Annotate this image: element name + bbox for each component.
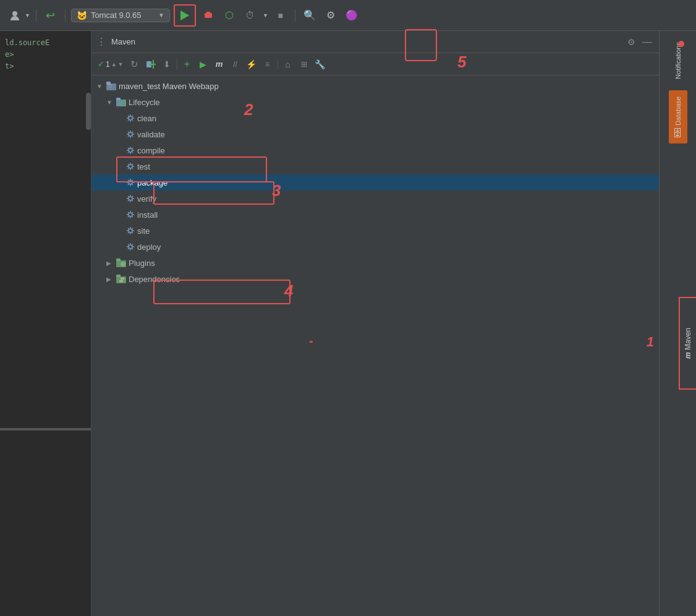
add-btn[interactable]: + (180, 57, 195, 72)
tree-dependencies[interactable]: ▶ Dependencies (91, 271, 659, 287)
plugins-folder-icon (116, 259, 126, 267)
plugins-label: Plugins (129, 259, 155, 268)
maven-side-label: m Maven (684, 328, 692, 359)
validate-label: validate (137, 130, 165, 139)
dependencies-label: Dependencies (129, 275, 180, 284)
tree-item-deploy[interactable]: deploy (91, 239, 659, 255)
tree-item-package[interactable]: package (91, 174, 659, 190)
test-label: test (137, 162, 150, 171)
dependencies-folder-icon (116, 275, 126, 283)
checkmark-count: 1 (106, 60, 110, 69)
reload-btn[interactable]: ↻ (127, 57, 142, 72)
svg-rect-27 (119, 280, 123, 282)
code-line-3: t> (5, 61, 86, 72)
install-label: install (137, 210, 158, 220)
project-icon (106, 82, 116, 90)
vertical-scrollbar[interactable] (86, 93, 91, 130)
project-arrow: ▼ (96, 83, 104, 90)
svg-point-12 (129, 116, 132, 120)
run-config-label: Tomcat 9.0.65 (91, 11, 155, 20)
svg-rect-25 (116, 275, 121, 277)
tree-item-site[interactable]: site (91, 223, 659, 239)
maven-settings-btn[interactable]: ⚙ (624, 35, 638, 49)
run-m-btn[interactable]: ▶ (196, 57, 211, 72)
add-source-btn[interactable] (143, 57, 158, 72)
top-toolbar: ▼ ↩ 🐱 Tomcat 9.0.65 ▼ ⬡ ⏱ ▼ ■ 🔍 ⚙ 🟣 (0, 0, 696, 31)
clean-label: clean (137, 114, 156, 123)
notifications-tab-wrapper: Notifications (671, 36, 685, 85)
tree-item-compile[interactable]: compile (91, 142, 659, 158)
maven-header: ⋮ Maven ⚙ — (91, 31, 659, 53)
tree-lifecycle[interactable]: ▼ Lifecycle (91, 94, 659, 110)
svg-point-14 (129, 148, 132, 152)
dependencies-arrow: ▶ (106, 276, 114, 283)
settings-icon[interactable]: ⚙ (322, 7, 339, 24)
code-editor-panel: ld.sourceE e> t> (0, 31, 91, 616)
toolbar-divider-2 (65, 9, 66, 22)
checkmark-down: ▼ (118, 61, 124, 67)
stop-icon[interactable]: ■ (272, 7, 289, 24)
tree-project-root[interactable]: ▼ maven_test Maven Webapp (91, 78, 659, 94)
toolbar-divider-3 (295, 9, 295, 22)
svg-rect-26 (121, 278, 124, 280)
database-tab[interactable]: 🗄 Database (669, 90, 687, 143)
run-config-selector[interactable]: 🐱 Tomcat 9.0.65 ▼ (71, 9, 170, 22)
lifecycle-label: Lifecycle (129, 98, 160, 107)
site-gear-icon (126, 226, 135, 235)
checkmark-up: ▲ (111, 61, 117, 67)
skip-test-btn[interactable]: // (228, 57, 243, 72)
tree-item-validate[interactable]: validate (91, 126, 659, 142)
code-line-2: e> (5, 49, 86, 61)
layout-btn[interactable]: ≡ (260, 57, 275, 72)
verify-label: verify (137, 194, 156, 203)
wrench-btn[interactable]: 🔧 (313, 57, 328, 72)
compile-label: compile (137, 146, 165, 155)
tree-item-clean[interactable]: clean (91, 110, 659, 126)
maven-m-icon: m (684, 352, 692, 359)
tree-item-install[interactable]: install (91, 207, 659, 223)
svg-point-0 (12, 11, 17, 16)
svg-point-16 (129, 181, 132, 184)
toolbar-divider-2 (278, 59, 278, 69)
analyze-btn[interactable]: ⌂ (281, 57, 295, 72)
person-icon[interactable] (6, 7, 23, 24)
toolbox-icon[interactable]: 🟣 (343, 7, 360, 24)
deploy-label: deploy (137, 242, 161, 252)
coverage-icon[interactable]: ⬡ (221, 7, 238, 24)
italic-m-btn[interactable]: m (212, 57, 227, 72)
lifecycle-arrow: ▼ (106, 99, 114, 106)
tree-item-verify[interactable]: verify (91, 190, 659, 207)
svg-rect-6 (106, 82, 111, 85)
search-icon[interactable]: 🔍 (301, 7, 318, 24)
tree-item-test[interactable]: test (91, 158, 659, 174)
compile-gear-icon (126, 146, 135, 155)
notification-badge (678, 41, 684, 47)
lifecycle-folder-icon (116, 98, 126, 106)
maven-minimize-btn[interactable]: — (640, 35, 654, 49)
debug-icon[interactable] (200, 7, 217, 24)
svg-rect-24 (116, 276, 126, 283)
tomcat-icon: 🐱 (77, 11, 87, 20)
profile-icon[interactable]: ⏱ (242, 7, 259, 24)
svg-point-19 (129, 229, 132, 233)
toolbar-divider-1 (36, 9, 36, 22)
install-gear-icon (126, 210, 135, 219)
maven-panel-title: Maven (111, 37, 622, 46)
checkmark-icon: ✓ (98, 59, 104, 69)
svg-point-13 (129, 132, 132, 136)
svg-rect-1 (205, 13, 212, 18)
maven-side-tab[interactable]: m Maven (679, 297, 696, 390)
svg-point-18 (129, 213, 132, 216)
tree-btn[interactable]: ⊞ (297, 57, 312, 72)
code-lines: ld.sourceE e> t> (0, 31, 91, 79)
download-btn[interactable]: ⬇ (159, 57, 174, 72)
horizontal-scrollbar[interactable] (0, 428, 91, 430)
lightning-btn[interactable]: ⚡ (244, 57, 259, 72)
plugins-arrow: ▶ (106, 260, 114, 267)
back-icon[interactable]: ↩ (42, 7, 59, 24)
checkmark-badge[interactable]: ✓ 1 ▲ ▼ (95, 58, 126, 70)
svg-rect-22 (116, 259, 121, 261)
run-button[interactable] (174, 4, 196, 27)
tree-plugins[interactable]: ▶ Plugins (91, 255, 659, 271)
maven-side-text: Maven (684, 328, 692, 350)
